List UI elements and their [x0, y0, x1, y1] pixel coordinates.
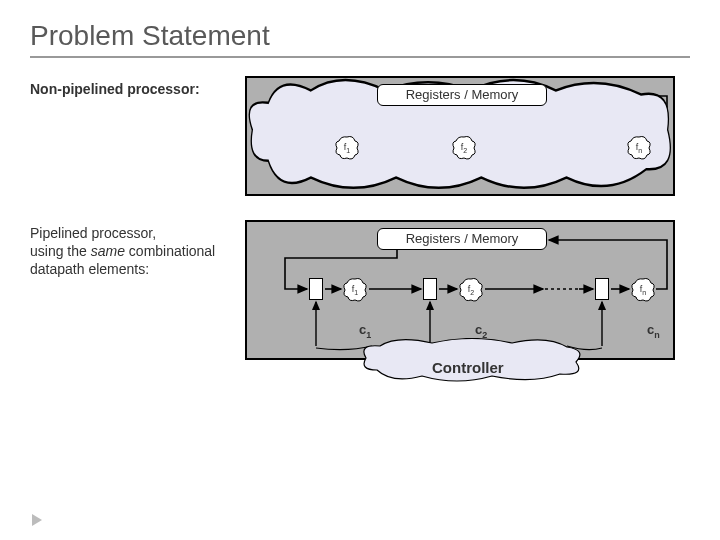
pipeline-reg-n — [595, 278, 609, 300]
fn-node: fn — [627, 136, 651, 160]
pipeline-reg-1 — [309, 278, 323, 300]
f1-node-p: f1 — [343, 278, 367, 302]
nonpipelined-diagram: Registers / Memory f1 f2 fn — [245, 76, 675, 196]
c2-label: c2 — [475, 322, 487, 340]
page-title: Problem Statement — [30, 20, 690, 52]
title-underline — [30, 56, 690, 58]
pipelined-diagram: Registers / Memory f1 f2 fn Controller c… — [245, 220, 675, 360]
nonpipelined-row: Non-pipelined processor: Registers / Mem… — [30, 76, 690, 196]
pipelined-row: Pipelined processor, using the same comb… — [30, 220, 690, 360]
nonpipelined-label: Non-pipelined processor: — [30, 76, 245, 98]
pipelined-label: Pipelined processor, using the same comb… — [30, 220, 245, 279]
slide-bullet-icon — [32, 514, 42, 526]
f2-node: f2 — [452, 136, 476, 160]
c1-label: c1 — [359, 322, 371, 340]
pipeline-reg-2 — [423, 278, 437, 300]
registers-memory-box: Registers / Memory — [377, 84, 547, 106]
controller-label: Controller — [432, 359, 504, 376]
cn-label: cn — [647, 322, 660, 340]
f2-node-p: f2 — [459, 278, 483, 302]
fn-node-p: fn — [631, 278, 655, 302]
f1-node: f1 — [335, 136, 359, 160]
registers-memory-box-2: Registers / Memory — [377, 228, 547, 250]
